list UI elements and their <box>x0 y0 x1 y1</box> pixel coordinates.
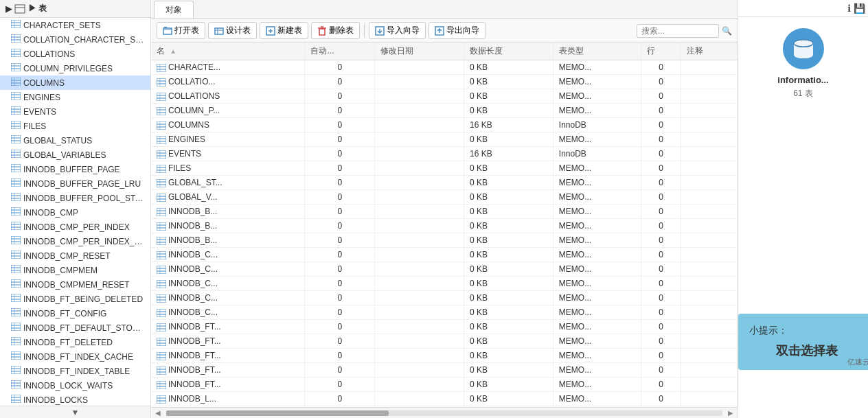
table-row[interactable]: INNODB_B...00 KBMEMO...0 <box>151 219 738 233</box>
sidebar-item[interactable]: ENGINES <box>0 90 150 104</box>
search-input[interactable] <box>637 24 719 38</box>
info-icon[interactable]: ℹ <box>847 3 851 14</box>
table-row[interactable]: INNODB_B...00 KBMEMO...0 <box>151 205 738 219</box>
table-row[interactable]: FILES00 KBMEMO...0 <box>151 161 738 176</box>
table-row[interactable]: INNODB_C...00 KBMEMO...0 <box>151 291 738 305</box>
svg-rect-163 <box>157 93 166 101</box>
table-cell: 0 <box>305 291 375 305</box>
table-row[interactable]: EVENTS016 KBInnoDB0 <box>151 147 738 161</box>
table-row[interactable]: COLLATIONS00 KBMEMO...0 <box>151 89 738 104</box>
tab-object[interactable]: 对象 <box>154 1 194 19</box>
sidebar-item[interactable]: INNODB_CMP_PER_INDEX_RES... <box>0 234 150 248</box>
sidebar-item[interactable]: INNODB_FT_DELETED <box>0 335 150 349</box>
sidebar-item[interactable]: EVENTS <box>0 104 150 119</box>
table-cell: InnoDB <box>553 147 641 161</box>
table-row[interactable]: INNODB_C...00 KBMEMO...0 <box>151 248 738 262</box>
table-icon <box>11 265 21 275</box>
import-wizard-button[interactable]: 导入向导 <box>369 22 426 39</box>
col-header-type[interactable]: 表类型 <box>553 43 641 60</box>
sidebar-item[interactable]: INNODB_CMPMEM <box>0 263 150 277</box>
col-header-modified[interactable]: 修改日期 <box>375 43 464 60</box>
col-header-rows[interactable]: 行 <box>641 43 681 60</box>
table-cell: 0 KB <box>464 219 553 233</box>
sidebar-item[interactable]: COLUMNS <box>0 76 150 90</box>
sidebar-item[interactable]: COLLATION_CHARACTER_SET_... <box>0 32 150 47</box>
table-row[interactable]: ENGINES00 KBMEMO...0 <box>151 132 738 147</box>
table-cell <box>681 248 738 262</box>
table-row[interactable]: INNODB_FT...00 KBMEMO...0 <box>151 349 738 363</box>
table-row[interactable]: INNODB_C...00 KBMEMO...0 <box>151 277 738 291</box>
sidebar-item[interactable]: INNODB_CMP_RESET <box>0 248 150 263</box>
app-container: ▶ ▶ 表 CHARACTER_SETS COLLATION_CHARACTER… <box>0 0 868 418</box>
new-table-button[interactable]: 新建表 <box>260 22 308 39</box>
sidebar-item[interactable]: COLLATIONS <box>0 47 150 61</box>
sidebar-scroll-down[interactable]: ▼ <box>0 406 150 418</box>
table-icon <box>11 279 21 290</box>
table-row[interactable]: INNODB_FT...00 KBMEMO...0 <box>151 363 738 378</box>
sidebar-item[interactable]: INNODB_LOCKS <box>0 393 150 406</box>
table-cell: 0 <box>641 104 681 118</box>
table-row[interactable]: GLOBAL_ST...00 KBMEMO...0 <box>151 176 738 190</box>
sidebar-item[interactable]: GLOBAL_STATUS <box>0 133 150 148</box>
sidebar-item[interactable]: INNODB_BUFFER_POOL_STATS <box>0 191 150 205</box>
sidebar-item[interactable]: FILES <box>0 119 150 133</box>
sidebar-item[interactable]: INNODB_CMP_PER_INDEX <box>0 220 150 234</box>
table-row[interactable]: COLUMN_P...00 KBMEMO...0 <box>151 104 738 118</box>
sidebar-item-label: COLUMN_PRIVILEGES <box>23 64 113 73</box>
table-scroll[interactable]: 名 ▲ 自动... 修改日期 数据长度 <box>151 43 738 407</box>
col-header-data-length[interactable]: 数据长度 <box>464 43 553 60</box>
table-row[interactable]: GLOBAL_V...00 KBMEMO...0 <box>151 190 738 205</box>
table-row[interactable]: INNODB_FT...00 KBMEMO...0 <box>151 334 738 349</box>
save-icon[interactable]: 💾 <box>854 3 865 14</box>
sidebar-item[interactable]: INNODB_FT_INDEX_CACHE <box>0 349 150 364</box>
table-row[interactable]: INNODB_C...00 KBMEMO...0 <box>151 305 738 320</box>
svg-rect-94 <box>11 351 21 360</box>
svg-rect-143 <box>164 27 167 28</box>
table-expand-icon[interactable]: ▶ <box>5 4 12 14</box>
sidebar-item[interactable]: INNODB_BUFFER_PAGE <box>0 162 150 176</box>
sidebar-item[interactable]: INNODB_FT_INDEX_TABLE <box>0 364 150 378</box>
table-row[interactable]: CHARACTE...00 KBMEMO...0 <box>151 60 738 75</box>
sidebar-item[interactable]: CHARACTER_SETS <box>0 18 150 32</box>
table-row[interactable]: INNODB_FT...00 KBMEMO...0 <box>151 378 738 392</box>
table-cell: 0 KB <box>464 320 553 334</box>
sidebar-item[interactable]: INNODB_CMP <box>0 205 150 220</box>
col-header-name[interactable]: 名 ▲ <box>151 43 305 60</box>
table-cell <box>681 334 738 349</box>
sidebar-item[interactable]: INNODB_LOCK_WAITS <box>0 378 150 393</box>
sidebar-item[interactable]: GLOBAL_VARIABLES <box>0 148 150 162</box>
table-cell: CHARACTE... <box>151 60 305 75</box>
col-header-comment[interactable]: 注释 <box>681 43 738 60</box>
table-row[interactable]: INNODB_B...00 KBMEMO...0 <box>151 233 738 248</box>
export-wizard-button[interactable]: 导出向导 <box>429 22 486 39</box>
scroll-left-btn[interactable]: ◀ <box>151 408 165 419</box>
col-header-auto[interactable]: 自动... <box>305 43 375 60</box>
sidebar-item[interactable]: INNODB_BUFFER_PAGE_LRU <box>0 176 150 191</box>
table-cell <box>375 334 464 349</box>
table-icon <box>11 251 21 261</box>
sidebar-item[interactable]: INNODB_FT_DEFAULT_STOPWC... <box>0 321 150 335</box>
table-row[interactable]: INNODB_L...00 KBMEMO...0 <box>151 392 738 406</box>
table-row[interactable]: INNODB_C...00 KBMEMO...0 <box>151 262 738 277</box>
table-row[interactable]: COLUMNS016 KBInnoDB0 <box>151 118 738 132</box>
sidebar-item-label: COLLATION_CHARACTER_SET_... <box>23 35 145 45</box>
tooltip-logo: 亿速云 <box>847 357 868 367</box>
table-cell <box>375 205 464 219</box>
design-table-button[interactable]: 设计表 <box>208 22 257 39</box>
sidebar-item[interactable]: INNODB_FT_BEING_DELETED <box>0 292 150 306</box>
table-cell: INNODB_C... <box>151 277 305 291</box>
sidebar-item[interactable]: COLUMN_PRIVILEGES <box>0 61 150 76</box>
sidebar-item[interactable]: INNODB_FT_CONFIG <box>0 306 150 321</box>
right-panel: ℹ 💾 informatio... 61 表 小提示： 双击选择表 亿速云 <box>738 0 868 418</box>
delete-table-label: 删除表 <box>329 25 354 36</box>
scroll-right-btn[interactable]: ▶ <box>724 408 738 419</box>
svg-rect-211 <box>157 266 166 274</box>
sidebar-item-label: INNODB_LOCKS <box>23 395 88 405</box>
table-row[interactable]: COLLATIO...00 KBMEMO...0 <box>151 75 738 89</box>
sidebar-item[interactable]: INNODB_CMPMEM_RESET <box>0 277 150 292</box>
table-row[interactable]: INNODB_FT...00 KBMEMO...0 <box>151 320 738 334</box>
delete-table-button[interactable]: 删除表 <box>311 22 360 39</box>
table-cell: 0 KB <box>464 334 553 349</box>
open-table-button[interactable]: 打开表 <box>157 22 205 39</box>
table-cell <box>681 118 738 132</box>
